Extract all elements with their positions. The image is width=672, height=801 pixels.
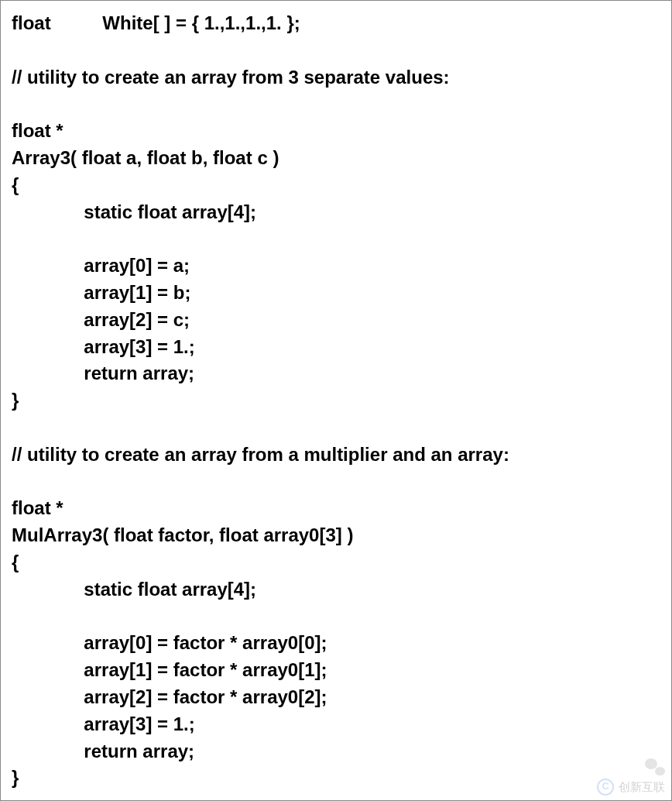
code-line: } bbox=[12, 767, 19, 788]
code-block: float White[ ] = { 1.,1.,1.,1. }; // uti… bbox=[12, 10, 660, 792]
brand-logo-icon: C bbox=[597, 779, 614, 796]
code-line: return array; bbox=[12, 741, 194, 761]
code-line: array[0] = a; bbox=[12, 255, 190, 276]
code-line: array[3] = 1.; bbox=[12, 713, 195, 734]
brand-text: 创新互联 bbox=[619, 779, 665, 796]
code-line: return array; bbox=[12, 363, 194, 383]
code-line: array[2] = c; bbox=[12, 309, 190, 330]
code-line: { bbox=[12, 174, 19, 195]
code-line: array[3] = 1.; bbox=[12, 336, 195, 357]
code-line: array[1] = b; bbox=[12, 282, 190, 303]
code-line: // utility to create an array from a mul… bbox=[12, 444, 509, 465]
wechat-icon bbox=[645, 758, 665, 775]
code-line: static float array[4]; bbox=[12, 579, 256, 600]
code-line: { bbox=[12, 552, 19, 572]
code-line: static float array[4]; bbox=[12, 201, 256, 222]
code-line: float * bbox=[12, 120, 63, 141]
code-line: } bbox=[12, 390, 19, 411]
code-line: MulArray3( float factor, float array0[3]… bbox=[12, 524, 353, 545]
code-line: array[0] = factor * array0[0]; bbox=[12, 632, 327, 653]
code-line: array[2] = factor * array0[2]; bbox=[12, 686, 327, 707]
code-line: array[1] = factor * array0[1]; bbox=[12, 659, 327, 680]
watermark: C 创新互联 bbox=[597, 758, 665, 796]
code-line: float White[ ] = { 1.,1.,1.,1. }; bbox=[12, 12, 300, 33]
code-line: Array3( float a, float b, float c ) bbox=[12, 147, 279, 168]
code-line: float * bbox=[12, 497, 63, 518]
code-line: // utility to create an array from 3 sep… bbox=[12, 67, 450, 88]
